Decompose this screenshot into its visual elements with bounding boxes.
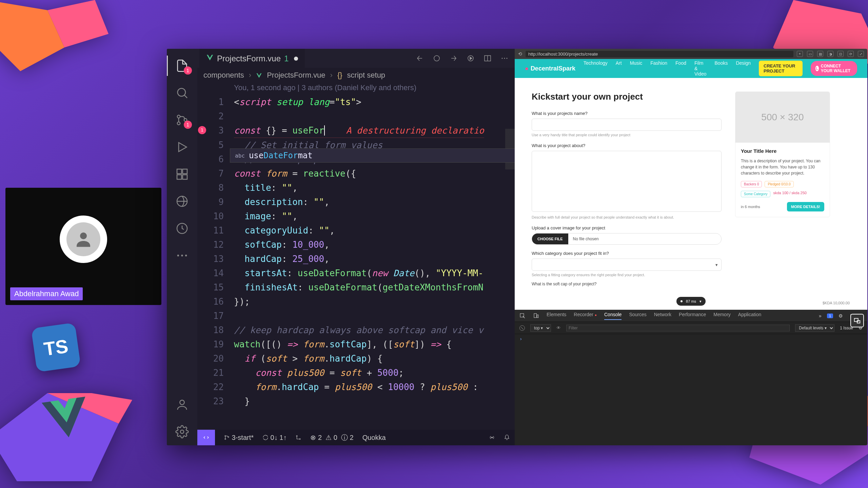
split-icon[interactable] (484, 54, 492, 62)
reload-icon[interactable]: ⟲ (518, 51, 522, 57)
breadcrumb[interactable]: components › ProjectsForm.vue › {} scrip… (197, 68, 515, 83)
activity-scm[interactable]: 1 (167, 106, 197, 134)
nav-item[interactable]: Books (715, 60, 728, 77)
code-editor[interactable]: 1<script setup lang="ts">213const {} = u… (197, 95, 515, 445)
code-line[interactable]: 17 (197, 309, 515, 323)
code-line[interactable]: 21 const plus500 = soft + 5000; (197, 366, 515, 380)
file-input[interactable]: CHOOSE FILE No file chosen (532, 233, 722, 245)
devtools-tab[interactable]: Memory (713, 312, 731, 320)
code-line[interactable]: 18// keep hardcap always above softcap a… (197, 323, 515, 337)
code-line[interactable]: 10 image: "", (197, 209, 515, 223)
action-icon[interactable]: ◑ (827, 51, 833, 57)
devtools-tab[interactable]: Network (654, 312, 671, 320)
action-icon[interactable]: ⌖ (797, 51, 803, 57)
nav-item[interactable]: Food (675, 60, 686, 77)
clear-icon[interactable] (519, 325, 525, 331)
action-icon[interactable]: ⤢ (858, 51, 864, 57)
code-content: title: "", (234, 181, 298, 195)
more-icon[interactable]: » (819, 313, 822, 319)
project-name-input[interactable] (532, 119, 722, 131)
code-line[interactable]: 7const form = reactive({ (197, 166, 515, 181)
site-logo[interactable]: ●DecentralSpark (525, 65, 575, 72)
activity-more[interactable] (167, 242, 197, 269)
status-sync[interactable]: 0↓ 1↑ (262, 434, 287, 442)
devtools-tab[interactable]: Console (604, 312, 622, 320)
code-line[interactable]: 14 startsAt: useDateFormat(new Date(), "… (197, 266, 515, 280)
devtools-tab[interactable]: Recorder (574, 312, 597, 320)
status-quokka[interactable]: Quokka (362, 434, 386, 442)
activity-remote[interactable] (167, 188, 197, 215)
code-line[interactable]: 13const {} = useFor A destructuring decl… (197, 123, 515, 138)
circle-icon[interactable] (433, 54, 441, 62)
run-icon[interactable] (467, 54, 475, 62)
status-bell-icon[interactable] (504, 434, 510, 442)
code-line[interactable]: 12 softCap: 10_000, (197, 238, 515, 252)
status-broadcast-icon[interactable] (489, 434, 495, 442)
code-line[interactable]: 1<script setup lang="ts"> (197, 95, 515, 109)
nav-item[interactable]: Music (630, 60, 643, 77)
nav-item[interactable]: Technology (584, 60, 608, 77)
status-problems[interactable]: ⊗ 2 ⚠ 0 ⓘ 2 (310, 433, 353, 442)
action-icon[interactable]: ⟳ (848, 51, 854, 57)
levels-select[interactable]: Default levels ▾ (795, 324, 834, 332)
vitals-badge[interactable]: 87 ms ▾ (676, 297, 706, 306)
activity-account[interactable] (167, 391, 197, 418)
settings-icon[interactable]: ⚙ (839, 313, 843, 319)
go-back-icon[interactable] (416, 54, 424, 62)
go-forward-icon[interactable] (450, 54, 458, 62)
device-icon[interactable] (533, 313, 539, 319)
activity-timeline[interactable] (167, 215, 197, 242)
code-line[interactable]: 13 hardCap: 25_000, (197, 252, 515, 266)
code-line[interactable]: 23 } (197, 394, 515, 408)
nav-item[interactable]: Art (616, 60, 622, 77)
action-icon[interactable]: ⊡ (837, 51, 844, 57)
devtools-tab[interactable]: Sources (629, 312, 646, 320)
nav-item[interactable]: Film & Video (694, 60, 707, 77)
git-blame: You, 1 second ago | 3 authors (Daniel Ke… (197, 83, 515, 95)
activity-settings[interactable] (167, 418, 197, 445)
issue-badge[interactable]: 1 (827, 313, 833, 318)
remote-indicator[interactable] (197, 430, 215, 445)
create-project-button[interactable]: CREATE YOUR PROJECT (759, 61, 803, 76)
project-about-input[interactable] (532, 151, 722, 212)
more-details-button[interactable]: MORE DETAILS! (787, 202, 824, 211)
choose-file-button[interactable]: CHOOSE FILE (532, 233, 568, 244)
code-line[interactable]: 20 if (soft > form.hardCap) { (197, 351, 515, 366)
inspect-icon[interactable] (519, 313, 526, 319)
editor-tab[interactable]: ProjectsForm.vue 1 (199, 49, 305, 68)
status-branch[interactable]: 3-start* (224, 434, 254, 442)
filter-input[interactable] (566, 325, 790, 331)
breadcrumb-file: ProjectsForm.vue (267, 71, 325, 80)
code-line[interactable]: 2 (197, 109, 515, 123)
nav-item[interactable]: Design (736, 60, 751, 77)
action-icon[interactable]: ▤ (817, 51, 823, 57)
nav-item[interactable]: Fashion (650, 60, 667, 77)
code-line[interactable]: 8 title: "", (197, 181, 515, 195)
code-line[interactable]: 9 description: "", (197, 195, 515, 209)
code-line[interactable]: 19watch([() => form.softCap], ([soft]) =… (197, 337, 515, 351)
action-icon[interactable]: ▭ (807, 51, 813, 57)
svg-point-24 (434, 56, 439, 61)
activity-run[interactable] (167, 134, 197, 161)
card-time: in 6 months (741, 205, 760, 209)
code-line[interactable]: 16}); (197, 294, 515, 309)
code-line[interactable]: 22 form.hardCap = plus500 < 10000 ? plus… (197, 380, 515, 394)
context-select[interactable]: top ▾ (530, 324, 551, 332)
devtools-tab[interactable]: Performance (679, 312, 706, 320)
code-line[interactable]: 11 categoryUuid: "", (197, 223, 515, 238)
autocomplete-popup[interactable]: abc useDateFormat (230, 148, 515, 163)
devtools-tab[interactable]: Application (738, 312, 762, 320)
activity-explorer[interactable]: 1 (167, 52, 197, 79)
more-icon[interactable] (500, 54, 509, 62)
status-prs[interactable] (295, 434, 301, 442)
connect-wallet-button[interactable]: L CONNECT YOUR WALLET (811, 61, 857, 76)
responsive-toggle[interactable] (850, 314, 864, 327)
code-line[interactable]: 15 finishesAt: useDateFormat(getDateXMon… (197, 280, 515, 294)
activity-search[interactable] (167, 79, 197, 106)
category-select[interactable]: ▾ (532, 259, 722, 271)
eye-icon[interactable]: 👁 (556, 325, 561, 330)
activity-extensions[interactable] (167, 161, 197, 188)
devtools-tab[interactable]: Elements (547, 312, 566, 320)
console-body[interactable]: › (515, 334, 867, 445)
url-field[interactable]: http://localhost:3000/projects/create (526, 51, 793, 57)
